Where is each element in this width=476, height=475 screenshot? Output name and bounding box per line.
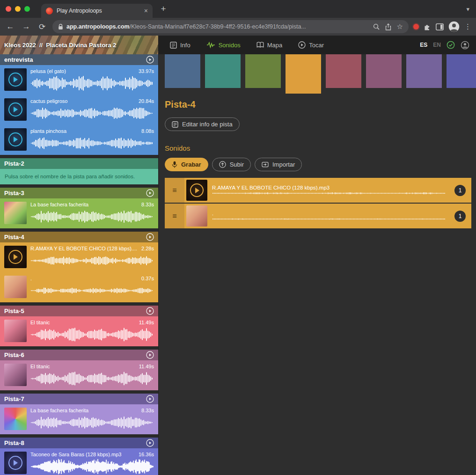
sound-waveform[interactable] — [30, 105, 154, 122]
sound-thumbnail[interactable] — [4, 276, 27, 298]
reload-button[interactable]: ⟳ — [37, 22, 48, 32]
nav-item-tocar[interactable]: Tocar — [298, 41, 324, 49]
track-tab-6[interactable] — [366, 54, 402, 88]
sound-item[interactable]: La base fachera facherita8.33s — [0, 198, 158, 228]
fullscreen-window-button[interactable] — [24, 6, 30, 12]
address-bar[interactable]: app.antropoloops.com/Kleos-Santa-Marina/… — [52, 20, 409, 33]
upload-button[interactable]: Subir — [212, 158, 251, 171]
sound-thumbnail[interactable] — [4, 202, 27, 224]
browser-menu-kebab-icon[interactable]: ⋮ — [464, 22, 471, 31]
sound-waveform[interactable] — [30, 414, 154, 431]
track-play-icon[interactable] — [146, 56, 154, 64]
close-window-button[interactable] — [6, 6, 11, 12]
track-sound-row[interactable]: ≡ R.AMAYA Y EL BOBOTE CHICO (128 kbps).m… — [165, 178, 471, 203]
nav-item-mapa[interactable]: Mapa — [256, 42, 283, 49]
sound-thumbnail[interactable] — [4, 320, 27, 342]
sound-thumbnail[interactable] — [4, 364, 27, 386]
new-tab-button[interactable]: + — [157, 3, 169, 15]
track-header[interactable]: Pista-8 — [0, 438, 158, 448]
sound-waveform[interactable] — [212, 217, 446, 221]
minimize-window-button[interactable] — [15, 6, 21, 12]
sound-item[interactable]: Taconeo de Sara Baras (128 kbps).mp316.3… — [0, 448, 158, 475]
sound-item[interactable]: planta pinchosa8.08s — [0, 125, 158, 155]
sound-waveform[interactable] — [212, 191, 446, 195]
sound-item[interactable]: La base fachera facherita8.33s — [0, 404, 158, 434]
sound-duration: 11.49s — [139, 364, 154, 369]
sound-thumbnail[interactable] — [4, 246, 27, 268]
track-header[interactable]: Pista-4 — [0, 232, 158, 242]
track-header[interactable]: Pista-7 — [0, 394, 158, 404]
forward-button[interactable]: → — [21, 22, 32, 31]
nav-item-sonidos[interactable]: Sonidos — [206, 42, 241, 49]
sound-item[interactable]: R.AMAYA Y EL BOBOTE CHICO (128 kbps)....… — [0, 242, 158, 272]
track-play-icon[interactable] — [146, 233, 154, 241]
sound-thumbnail[interactable] — [186, 205, 207, 227]
side-panel-icon[interactable] — [436, 23, 444, 30]
close-tab-icon[interactable]: × — [144, 7, 148, 15]
breadcrumb[interactable]: Kleos 2022 // Placeta Divina Pastora 2 — [0, 36, 159, 54]
track-tab-4-active[interactable] — [286, 54, 321, 94]
edit-track-info-button[interactable]: Editar info de pista — [165, 117, 240, 131]
track-tab-2[interactable] — [205, 54, 241, 88]
sound-waveform[interactable] — [30, 282, 154, 299]
track-header[interactable]: Pista-5 — [0, 306, 158, 316]
sound-thumbnail[interactable] — [4, 98, 27, 121]
url-domain: app.antropoloops.com — [66, 23, 130, 30]
import-button[interactable]: Importar — [255, 158, 302, 171]
sound-waveform[interactable] — [30, 370, 154, 387]
status-check-icon[interactable] — [447, 41, 455, 49]
record-button[interactable]: Grabar — [165, 158, 208, 171]
track-play-icon[interactable] — [146, 307, 154, 315]
track-header[interactable]: entrevista — [0, 54, 158, 65]
sound-waveform[interactable] — [30, 135, 154, 152]
sound-item[interactable]: pelusa (el gato)33.97s — [0, 65, 158, 95]
sound-count-badge[interactable]: 1 — [454, 185, 466, 196]
sound-waveform[interactable] — [30, 458, 154, 475]
track-header[interactable]: Pista-6 — [0, 350, 158, 360]
track-header[interactable]: Pista-2 — [0, 158, 158, 169]
sound-waveform[interactable] — [30, 75, 154, 92]
track-tab-7[interactable] — [406, 54, 442, 88]
sound-item[interactable]: El titanic11.49s — [0, 316, 158, 346]
track-tab-8[interactable] — [447, 54, 476, 88]
sound-item[interactable]: El titanic11.49s — [0, 360, 158, 390]
lang-en[interactable]: EN — [433, 42, 441, 48]
sound-thumbnail[interactable] — [4, 408, 27, 430]
track-tab-5[interactable] — [326, 54, 361, 88]
track-tab-3[interactable] — [245, 54, 281, 88]
breadcrumb-project[interactable]: Kleos 2022 — [4, 42, 36, 49]
track-header[interactable]: Pista-3 — [0, 188, 158, 198]
recorder-extension-icon[interactable] — [413, 24, 419, 29]
browser-tab[interactable]: Play Antropoloops × — [41, 4, 153, 18]
tab-search-chevron-icon[interactable]: ▾ — [466, 6, 469, 13]
bookmark-star-icon[interactable]: ☆ — [397, 22, 403, 31]
drag-handle-icon[interactable]: ≡ — [165, 178, 184, 203]
account-person-icon[interactable] — [461, 41, 469, 50]
lang-es[interactable]: ES — [420, 42, 427, 48]
sounds-section-label: Sonidos — [165, 144, 471, 152]
breadcrumb-page[interactable]: Placeta Divina Pastora 2 — [46, 42, 116, 49]
track-play-icon[interactable] — [146, 439, 154, 447]
sound-item[interactable]: .0.37s — [0, 272, 158, 302]
track-play-icon[interactable] — [146, 351, 154, 359]
sound-item[interactable]: cactus peligroso20.84s — [0, 95, 158, 125]
back-button[interactable]: ← — [5, 22, 16, 31]
track-play-icon[interactable] — [146, 189, 154, 197]
nav-item-info[interactable]: Info — [170, 42, 190, 49]
track-tab-1[interactable] — [165, 54, 200, 88]
sound-thumbnail[interactable] — [186, 180, 207, 201]
track-play-icon[interactable] — [146, 395, 154, 403]
sound-thumbnail[interactable] — [4, 452, 27, 474]
profile-avatar[interactable] — [448, 21, 460, 32]
zoom-icon[interactable] — [373, 23, 380, 30]
track-sound-row[interactable]: ≡ . 1 — [165, 204, 471, 228]
sound-waveform[interactable] — [30, 326, 154, 343]
share-icon[interactable] — [385, 23, 391, 30]
sound-count-badge[interactable]: 1 — [454, 211, 466, 222]
sound-waveform[interactable] — [30, 208, 154, 225]
sound-thumbnail[interactable] — [4, 128, 27, 151]
drag-handle-icon[interactable]: ≡ — [165, 204, 184, 228]
extensions-puzzle-icon[interactable] — [424, 23, 431, 30]
sound-thumbnail[interactable] — [4, 68, 27, 91]
sound-waveform[interactable] — [30, 252, 154, 269]
